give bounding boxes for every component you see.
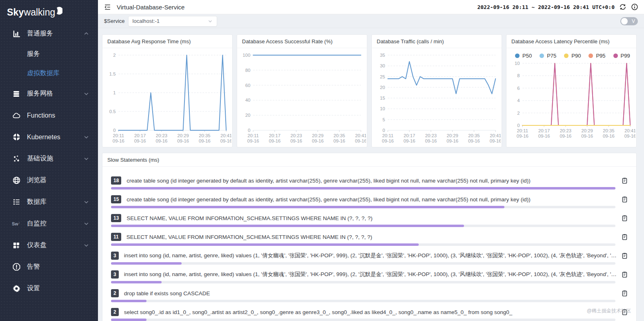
chevron-down-icon <box>83 199 89 205</box>
sidebar-item-infrastructure[interactable]: 基础设施 <box>0 148 98 169</box>
legend-dot <box>515 54 520 58</box>
sidebar-item-database[interactable]: 数据库 <box>0 191 98 213</box>
info-icon[interactable] <box>631 3 638 11</box>
svg-text:09-16: 09-16 <box>382 138 394 143</box>
latency-bar-fill <box>111 319 147 321</box>
copy-icon[interactable] <box>621 177 628 184</box>
sidebar-subitem-virtual-database[interactable]: 虚拟数据库 <box>0 64 98 83</box>
copy-icon[interactable] <box>621 233 628 241</box>
copy-icon[interactable] <box>621 308 628 316</box>
latency-badge: 3 <box>111 270 119 279</box>
main-area: Virtual-Database-Service 2022-09-16 20:1… <box>98 0 644 321</box>
database-icon <box>12 198 21 207</box>
svg-text:20:23: 20:23 <box>560 128 571 133</box>
copy-icon[interactable] <box>621 252 628 259</box>
svg-text:20:41: 20:41 <box>490 133 501 138</box>
svg-text:10: 10 <box>515 61 520 66</box>
svg-text:20:29: 20:29 <box>178 133 189 138</box>
chart-canvas-latency-percentile[interactable]: 024681020:1109-1620:1709-1620:2309-1620:… <box>507 60 635 140</box>
legend-dot <box>564 54 568 58</box>
svg-text:80: 80 <box>245 68 251 73</box>
chart-card-latency-percentile: Database Access Latency Percentile (ms) … <box>506 34 637 147</box>
svg-text:0: 0 <box>248 128 250 133</box>
latency-bar-fill <box>111 243 419 246</box>
svg-text:2: 2 <box>113 53 115 58</box>
legend-item-p90[interactable]: P90 <box>564 53 581 59</box>
svg-text:20:35: 20:35 <box>468 133 480 138</box>
sidebar-item-functions[interactable]: Functions <box>0 105 98 126</box>
svg-text:09-16: 09-16 <box>333 138 345 143</box>
sidebar-item-alerting[interactable]: 告警 <box>0 256 98 278</box>
chart-canvas-successful-rate[interactable]: 02040608010020:1109-1620:1709-1620:2309-… <box>238 49 366 145</box>
chart-canvas-avg-response-time[interactable]: 00.511.5220:1109-1620:1709-1620:2309-162… <box>103 49 231 145</box>
copy-icon[interactable] <box>621 271 628 278</box>
svg-text:100: 100 <box>243 53 251 58</box>
svg-text:20:29: 20:29 <box>447 133 458 138</box>
svg-text:60: 60 <box>245 83 251 88</box>
logo-text: walking <box>24 7 56 18</box>
statement-row: 3 insert into song (id, name, artist, ge… <box>111 251 628 265</box>
self-monitor-icon: Sw <box>12 219 21 228</box>
chart-legend: P50P75P90P95P99 <box>506 48 636 59</box>
dashboard-icon <box>12 241 21 250</box>
svg-text:09-16: 09-16 <box>517 134 529 138</box>
chart-canvas-traffic[interactable]: 0510152025303520:1109-1620:1709-1620:230… <box>373 49 501 145</box>
legend-item-p75[interactable]: P75 <box>540 53 556 59</box>
sidebar-item-settings[interactable]: 设置 <box>0 278 98 299</box>
sidebar-menu: 普通服务 服务 虚拟数据库 服务网格 Functions Kubernetes … <box>0 23 98 299</box>
bar-chart-icon <box>12 29 21 38</box>
svg-text:09-16: 09-16 <box>404 138 415 143</box>
copy-icon[interactable] <box>621 196 628 203</box>
legend-dot <box>613 54 618 58</box>
logo-text-bold: Sky <box>7 7 24 18</box>
sidebar-item-kubernetes[interactable]: Kubernetes <box>0 126 98 148</box>
svg-text:20:17: 20:17 <box>404 133 415 138</box>
chevron-down-icon <box>83 221 89 226</box>
page-title: Virtual-Database-Service <box>117 4 184 11</box>
legend-item-p50[interactable]: P50 <box>515 53 532 59</box>
sidebar-item-dashboards[interactable]: 仪表盘 <box>0 234 98 256</box>
legend-dot <box>540 54 544 58</box>
legend-item-p99[interactable]: P99 <box>613 53 630 59</box>
svg-text:09-16: 09-16 <box>490 138 501 143</box>
svg-text:09-16: 09-16 <box>624 134 635 138</box>
svg-text:35: 35 <box>380 53 385 58</box>
app-window: Skywalking 普通服务 服务 虚拟数据库 服务网格 Functions … <box>0 0 644 321</box>
browser-icon <box>12 176 21 185</box>
service-label: $Service <box>104 18 125 24</box>
sidebar-item-service-mesh[interactable]: 服务网格 <box>0 83 98 105</box>
version-toggle[interactable]: V <box>620 17 638 25</box>
svg-text:4: 4 <box>517 98 520 103</box>
sidebar-subitem-services[interactable]: 服务 <box>0 45 98 64</box>
svg-text:20:41: 20:41 <box>220 133 231 138</box>
sidebar-item-browser[interactable]: 浏览器 <box>0 169 98 191</box>
svg-text:20:11: 20:11 <box>113 133 124 138</box>
copy-icon[interactable] <box>621 214 628 222</box>
toggle-knob <box>621 18 628 25</box>
svg-text:09-16: 09-16 <box>425 138 437 143</box>
skywalking-logo: Skywalking <box>0 0 98 23</box>
svg-text:09-16: 09-16 <box>603 134 615 138</box>
statement-text: SELECT NAME, VALUE FROM INFORMATION_SCHE… <box>127 215 617 221</box>
logo-crescent-icon <box>56 7 62 15</box>
svg-text:09-16: 09-16 <box>113 138 124 143</box>
chevron-down-icon <box>83 91 89 96</box>
svg-text:20: 20 <box>380 85 385 90</box>
chart-title: Database Access Successful Rate (%) <box>237 35 367 48</box>
collapse-sidebar-icon[interactable] <box>104 3 111 11</box>
svg-text:20:11: 20:11 <box>248 133 259 138</box>
service-select[interactable]: localhost:-1 <box>128 16 217 27</box>
svg-text:09-16: 09-16 <box>468 138 480 143</box>
latency-bar-track <box>111 206 615 208</box>
refresh-icon[interactable] <box>619 3 626 11</box>
sidebar-item-self-observability[interactable]: Sw 自监控 <box>0 213 98 234</box>
svg-text:20: 20 <box>245 113 251 118</box>
legend-item-p95[interactable]: P95 <box>588 53 605 59</box>
sidebar-item-general-service[interactable]: 普通服务 <box>0 23 98 45</box>
latency-badge: 3 <box>111 252 119 260</box>
settings-icon <box>12 284 21 293</box>
svg-text:20:35: 20:35 <box>199 133 210 138</box>
chevron-up-icon <box>83 31 89 36</box>
time-range[interactable]: 2022-09-16 20:11 ~ 2022-09-16 20:41 UTC+… <box>477 4 615 10</box>
copy-icon[interactable] <box>621 290 628 297</box>
